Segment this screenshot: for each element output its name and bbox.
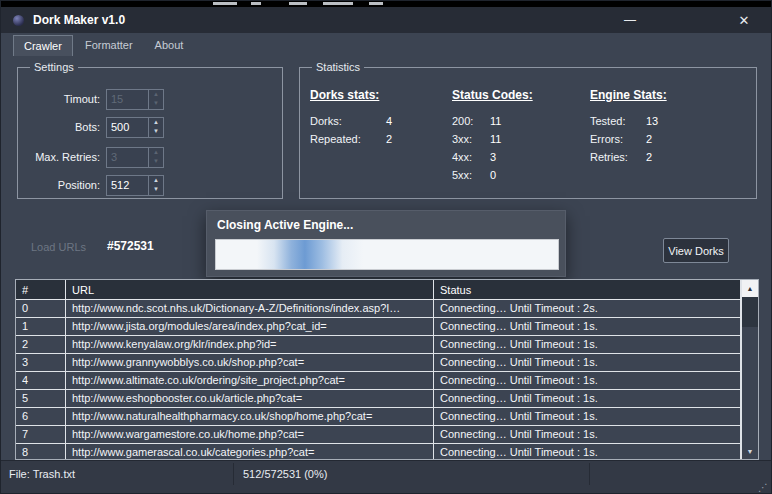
- position-spin-buttons: ▲ ▼: [148, 176, 163, 195]
- table-row[interactable]: 4 http://www.altimate.co.uk/ordering/sit…: [16, 372, 741, 390]
- tab-crawler[interactable]: Crawler: [13, 35, 73, 56]
- table-row[interactable]: 7 http://www.wargamestore.co.uk/home.php…: [16, 426, 741, 444]
- dorks-stats-header: Dorks stats:: [310, 88, 392, 102]
- row-status: Connecting… Until Timeout : 1s.: [434, 408, 741, 425]
- max-retries-label: Max. Retries:: [18, 151, 106, 163]
- table-row[interactable]: 1 http://www.jista.org/modules/area/inde…: [16, 318, 741, 336]
- timeout-spin-buttons: ▲ ▼: [148, 90, 163, 109]
- field-bots: Bots: 500 ▲ ▼: [18, 116, 164, 138]
- stat-label: Retries:: [590, 151, 646, 163]
- row-num: 8: [16, 444, 66, 459]
- stat-value: 11: [490, 115, 501, 127]
- url-table: # URL Status 0 http://www.ndc.scot.nhs.u…: [15, 279, 759, 460]
- spin-down-icon: ▼: [149, 157, 163, 167]
- close-button[interactable]: ✕: [727, 7, 761, 33]
- spin-down-icon[interactable]: ▼: [149, 185, 163, 195]
- row-num: 1: [16, 318, 66, 335]
- stat-row: 3xx: 11: [452, 133, 533, 145]
- max-retries-value: 3: [107, 148, 148, 167]
- table-row[interactable]: 5 http://www.eshopbooster.co.uk/article.…: [16, 390, 741, 408]
- table-scrollbar[interactable]: ▲ ▼: [741, 280, 758, 459]
- stat-value: 2: [646, 151, 652, 163]
- minimize-button[interactable]: —: [613, 7, 647, 33]
- table-header-row: # URL Status: [16, 280, 741, 300]
- row-status: Connecting… Until Timeout : 1s.: [434, 354, 741, 371]
- stat-row: Tested: 13: [590, 115, 667, 127]
- spin-up-icon[interactable]: ▲: [149, 176, 163, 186]
- spin-down-icon: ▼: [149, 99, 163, 109]
- row-url: http://www.gamerascal.co.uk/categories.p…: [66, 444, 434, 459]
- position-value[interactable]: 512: [107, 176, 148, 195]
- statusbar-divider: [233, 463, 234, 485]
- table-row[interactable]: 8 http://www.gamerascal.co.uk/categories…: [16, 444, 741, 459]
- stat-label: Repeated:: [310, 133, 386, 145]
- spin-up-icon: ▲: [149, 90, 163, 100]
- scrollbar-thumb[interactable]: [742, 297, 758, 327]
- table-row[interactable]: 2 http://www.kenyalaw.org/klr/index.php?…: [16, 336, 741, 354]
- field-max-retries: Max. Retries: 3 ▲ ▼: [18, 146, 164, 168]
- table-row[interactable]: 6 http://www.naturalhealthpharmacy.co.uk…: [16, 408, 741, 426]
- scroll-down-icon[interactable]: ▼: [742, 443, 758, 459]
- stat-row: 5xx: 0: [452, 169, 533, 181]
- status-codes-column: Status Codes: 200: 11 3xx: 11 4xx: 3 5xx…: [452, 88, 533, 187]
- position-label: Position:: [18, 179, 106, 191]
- max-retries-spinner: 3 ▲ ▼: [106, 147, 164, 168]
- row-status: Connecting… Until Timeout : 1s.: [434, 444, 741, 459]
- tab-about[interactable]: About: [145, 35, 194, 56]
- resize-grip[interactable]: ⋰: [758, 482, 768, 493]
- scroll-up-icon[interactable]: ▲: [742, 280, 758, 297]
- app-window: Dork Maker v1.0 — ✕ Crawler Formatter Ab…: [0, 0, 772, 494]
- bots-spinner[interactable]: 500 ▲ ▼: [106, 117, 164, 138]
- stat-row: Dorks: 4: [310, 115, 392, 127]
- statusbar-progress-label: 512/572531 (0%): [243, 461, 327, 487]
- engine-stats-header: Engine Stats:: [590, 88, 667, 102]
- row-url: http://www.jista.org/modules/area/index.…: [66, 318, 434, 335]
- row-url: http://www.ndc.scot.nhs.uk/Dictionary-A-…: [66, 300, 434, 317]
- row-url: http://www.grannywobblys.co.uk/shop.php?…: [66, 354, 434, 371]
- row-num: 3: [16, 354, 66, 371]
- dorks-stats-column: Dorks stats: Dorks: 4 Repeated: 2: [310, 88, 392, 151]
- header-url[interactable]: URL: [66, 280, 434, 299]
- tab-formatter[interactable]: Formatter: [75, 35, 143, 56]
- spin-down-icon[interactable]: ▼: [149, 127, 163, 137]
- table-row[interactable]: 0 http://www.ndc.scot.nhs.uk/Dictionary-…: [16, 300, 741, 318]
- stat-value: 2: [646, 133, 652, 145]
- statusbar-file-label: File: Trash.txt: [9, 461, 75, 487]
- engine-progressbar: [215, 239, 559, 270]
- url-table-body: # URL Status 0 http://www.ndc.scot.nhs.u…: [16, 280, 741, 459]
- row-status: Connecting… Until Timeout : 1s.: [434, 390, 741, 407]
- background-window-fragment: [289, 2, 307, 5]
- position-spinner[interactable]: 512 ▲ ▼: [106, 175, 164, 196]
- bots-value[interactable]: 500: [107, 118, 148, 137]
- row-status: Connecting… Until Timeout : 1s.: [434, 336, 741, 353]
- row-url: http://www.kenyalaw.org/klr/index.php?id…: [66, 336, 434, 353]
- row-num: 5: [16, 390, 66, 407]
- bots-label: Bots:: [18, 121, 106, 133]
- row-num: 6: [16, 408, 66, 425]
- stat-row: Errors: 2: [590, 133, 667, 145]
- background-window-fragment: [323, 2, 353, 5]
- stat-label: 4xx:: [452, 151, 490, 163]
- row-status: Connecting… Until Timeout : 1s.: [434, 318, 741, 335]
- closing-engine-title: Closing Active Engine...: [217, 218, 565, 232]
- timeout-spinner: 15 ▲ ▼: [106, 89, 164, 110]
- row-url: http://www.naturalhealthpharmacy.co.uk/s…: [66, 408, 434, 425]
- header-status[interactable]: Status: [434, 280, 741, 299]
- stat-label: 3xx:: [452, 133, 490, 145]
- engine-stats-column: Engine Stats: Tested: 13 Errors: 2 Retri…: [590, 88, 667, 169]
- background-window-fragment: [369, 2, 383, 5]
- stat-row: Retries: 2: [590, 151, 667, 163]
- statistics-group: Statistics Dorks stats: Dorks: 4 Repeate…: [299, 67, 757, 199]
- stat-row: 200: 11: [452, 115, 533, 127]
- table-row[interactable]: 3 http://www.grannywobblys.co.uk/shop.ph…: [16, 354, 741, 372]
- view-dorks-button[interactable]: View Dorks: [663, 238, 729, 263]
- bots-spin-buttons: ▲ ▼: [148, 118, 163, 137]
- field-position: Position: 512 ▲ ▼: [18, 174, 164, 196]
- stat-value: 3: [490, 151, 496, 163]
- load-urls-button[interactable]: Load URLs: [31, 241, 86, 253]
- header-num[interactable]: #: [16, 280, 66, 299]
- spin-up-icon[interactable]: ▲: [149, 118, 163, 128]
- scrollbar-track[interactable]: [742, 327, 758, 443]
- row-num: 0: [16, 300, 66, 317]
- tabbar: Crawler Formatter About: [13, 35, 193, 56]
